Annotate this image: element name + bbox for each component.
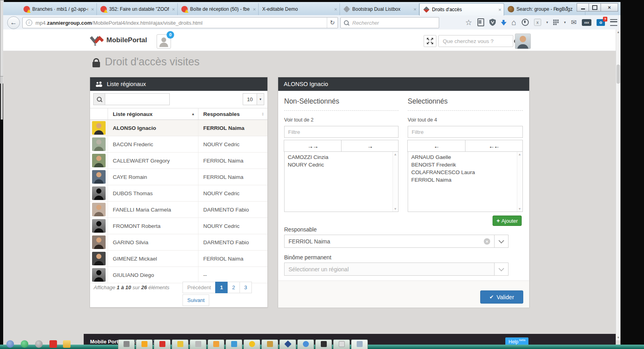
name-column-header[interactable]: Liste régionaux ▲ [108, 108, 198, 120]
taskbar-app-button[interactable] [243, 339, 260, 349]
list-option[interactable]: COLAFRANCESCO Laura [411, 169, 519, 176]
user-avatar[interactable] [515, 33, 531, 49]
hamburger-menu-icon[interactable] [610, 19, 617, 26]
taskbar-app-button[interactable] [172, 339, 188, 349]
table-row[interactable]: CALLEWAERT Gregory FERRIOL Naima [90, 153, 267, 169]
sort-ascending-icon[interactable]: ▲ [191, 112, 195, 116]
scrollbar-thumb[interactable] [617, 65, 620, 84]
move-all-right-button[interactable]: →→ [284, 140, 342, 152]
bookmark-star-icon[interactable]: ☆ [465, 18, 472, 27]
taskbar-app-button[interactable] [190, 339, 206, 349]
new-tab-button[interactable]: + [551, 4, 562, 14]
browser-search-box[interactable] [340, 17, 439, 28]
table-row[interactable]: FANELLI Maria Carmela DARMENTO Fabio [90, 202, 267, 218]
table-row[interactable]: CAYE Romain FERRIOL Naima [90, 169, 267, 185]
back-button[interactable]: ← [7, 16, 20, 29]
url-bar[interactable]: i mp4. zanniergroup.com /MobilePortal4/i… [22, 17, 338, 28]
taskbar-app-button[interactable] [351, 339, 368, 349]
responsable-dropdown-button[interactable] [495, 235, 509, 248]
selected-filter-input[interactable] [408, 126, 523, 138]
list-option[interactable]: ARNAUD Gaelle [411, 153, 519, 161]
tab-close-icon[interactable]: × [334, 7, 337, 12]
site-search-input[interactable] [439, 38, 514, 45]
ghostery-icon[interactable]: x [534, 19, 541, 26]
move-all-left-button[interactable]: ←← [465, 140, 523, 152]
tab-branches[interactable]: Branches · mbi1 / g2-app-mo × [20, 3, 97, 15]
app-logo[interactable]: 4 MobilePortal [90, 34, 147, 46]
taskbar-app-icon[interactable] [21, 340, 28, 348]
table-row[interactable]: GIMENEZ Mickael FERRIOL Naima [90, 251, 267, 267]
pagination-next-button[interactable]: Suivant [183, 294, 209, 306]
tab-close-icon[interactable]: × [172, 7, 175, 12]
pagination-page-2-button[interactable]: 2 [228, 282, 240, 293]
pagination-previous-button[interactable]: Précédent [183, 282, 216, 293]
move-left-button[interactable]: ← [407, 140, 465, 152]
pocket-icon[interactable] [477, 18, 484, 26]
non-selected-view-all[interactable]: Voir tout de 2 [284, 117, 399, 123]
selected-listbox[interactable]: ARNAUD Gaelle BENOIST Frederik COLAFRANC… [408, 151, 523, 212]
taskbar-app-button[interactable] [226, 339, 242, 349]
table-search-input[interactable] [105, 93, 170, 105]
restore-button[interactable] [589, 3, 601, 12]
taskbar-app-icon[interactable] [63, 340, 71, 348]
close-button[interactable]: × [601, 3, 618, 12]
location-icon[interactable] [522, 19, 529, 26]
clear-selection-icon[interactable]: × [484, 238, 490, 245]
taskbar-app-button[interactable] [208, 339, 224, 349]
responsables-column-header[interactable]: Responsables ▲▼ [198, 108, 267, 120]
table-row[interactable]: DUBOS Thomas NOURY Cedric [90, 185, 267, 202]
add-button[interactable]: + Ajouter [493, 216, 522, 226]
shield-icon[interactable] [489, 19, 496, 26]
tab-fogbugz[interactable]: Search: groupe - FogBugz × [504, 3, 585, 15]
pagination-page-3-button[interactable]: 3 [240, 282, 252, 293]
taskbar-app-icon[interactable] [35, 340, 43, 348]
taskbar-app-icon[interactable] [6, 340, 14, 348]
table-row[interactable]: FROMONT Roberta NOURY Cedric [90, 218, 267, 234]
taskbar-app-button[interactable] [333, 339, 350, 349]
taskbar-app-icon[interactable] [49, 340, 57, 348]
fullscreen-toggle-button[interactable] [424, 35, 436, 47]
tab-close-icon[interactable]: × [498, 7, 501, 12]
site-info-icon[interactable]: i [26, 20, 32, 26]
taskbar-app-button[interactable] [261, 339, 278, 349]
pagination-page-1-button[interactable]: 1 [215, 282, 228, 293]
tab-droits-acces-active[interactable]: Droits d'accès × [419, 3, 504, 16]
taskbar-app-button[interactable] [136, 339, 153, 349]
binome-select[interactable]: Sélectionner un régional [284, 263, 509, 276]
home-icon[interactable]: ⌂ [512, 18, 516, 27]
table-row[interactable]: GARINO Silvia DARMENTO Fabio [90, 234, 267, 251]
zzz-extension-icon[interactable]: zzz [582, 19, 591, 26]
site-search-box[interactable] [438, 35, 513, 47]
browser-search-input[interactable] [351, 20, 439, 26]
list-option[interactable]: FERRIOL Naima [411, 176, 519, 184]
sort-both-icon[interactable]: ▲▼ [261, 112, 264, 116]
taskbar-app-button[interactable] [154, 339, 171, 349]
tab-close-icon[interactable]: × [413, 7, 416, 12]
taskbar-app-button[interactable] [118, 339, 135, 349]
list-option[interactable]: NOURY Cedric [288, 161, 395, 169]
selected-view-all[interactable]: Voir tout de 4 [408, 117, 523, 123]
valider-button[interactable]: ✔ Valider [480, 290, 523, 304]
reload-button[interactable]: ↻ [327, 18, 338, 28]
scroll-up-icon[interactable]: ▲ [616, 30, 620, 34]
downloads-icon[interactable] [501, 20, 507, 25]
responsable-select[interactable]: FERRIOL Naima × [284, 235, 509, 248]
tab-inbox[interactable]: Boîte de réception (50) - fben × [178, 3, 259, 15]
browser-scrollbar[interactable]: ▲ ▼ [616, 29, 620, 340]
mail-icon[interactable]: ✉ [571, 18, 577, 27]
tab-dual-listbox[interactable]: Bootstrap Dual Listbox × [340, 3, 419, 15]
taskbar-app-button[interactable] [315, 339, 332, 349]
ghostery-caret-icon[interactable]: ▾ [546, 20, 548, 24]
non-selected-filter-input[interactable] [284, 126, 399, 138]
listbox-scrollbar[interactable]: ▲ ▼ [393, 152, 398, 212]
table-row-selected[interactable]: ALONSO Ignacio FERRIOL Naima [90, 120, 267, 136]
tab-xeditable[interactable]: X-editable Demo × [259, 3, 340, 15]
grid-caret-icon[interactable]: ▾ [564, 20, 566, 24]
page-size-select[interactable]: 10 ▾ [243, 93, 264, 105]
minimize-button[interactable] [577, 3, 589, 12]
outlook-extension-icon[interactable]: o? [597, 19, 605, 26]
binome-dropdown-button[interactable] [495, 263, 509, 276]
scroll-down-icon[interactable]: ▼ [616, 336, 620, 339]
tab-datable[interactable]: 352: Faire un datable "ZOOM" × [97, 3, 178, 15]
taskbar-app-button[interactable] [279, 339, 296, 349]
